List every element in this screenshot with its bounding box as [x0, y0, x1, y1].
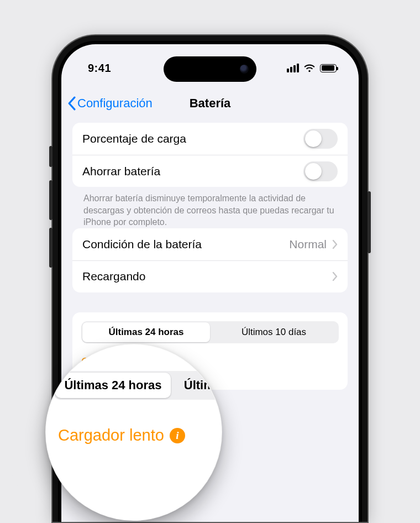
wifi-icon: [303, 64, 316, 72]
side-button-volume-down: [49, 228, 53, 268]
chevron-right-icon: [332, 239, 338, 249]
back-label: Configuración: [77, 96, 153, 111]
row-label: Porcentaje de carga: [82, 132, 186, 145]
side-button-volume-up: [49, 180, 53, 220]
section-footer: Ahorrar batería disminuye temporalmente …: [72, 187, 348, 228]
tab-last-10-days[interactable]: Últimos 10 días: [210, 322, 338, 342]
nav-bar: Configuración Batería: [61, 87, 359, 119]
back-button[interactable]: Configuración: [67, 96, 153, 111]
tab-last-24-hours[interactable]: Últimas 24 horas: [82, 322, 210, 342]
row-low-power-mode[interactable]: Ahorrar batería: [72, 155, 348, 187]
battery-icon: [320, 64, 337, 72]
status-time: 9:41: [80, 57, 111, 75]
row-charging[interactable]: Recargando: [72, 260, 348, 292]
info-icon-magnified: i: [170, 428, 185, 443]
row-label: Ahorrar batería: [82, 165, 160, 178]
side-button-power: [368, 191, 371, 253]
cellular-signal-icon: [287, 64, 299, 72]
segmented-control[interactable]: Últimas 24 horas Últimos 10 días: [81, 321, 339, 343]
side-button-silent: [49, 146, 53, 167]
chevron-right-icon: [332, 271, 338, 281]
card-battery-options: Porcentaje de carga Ahorrar batería: [72, 123, 348, 187]
slow-charger-label-magnified: Cargador lento: [58, 426, 164, 444]
slow-charger-notice-magnified: Cargador lento i: [58, 426, 185, 444]
row-battery-health[interactable]: Condición de la batería Normal: [72, 228, 348, 260]
page-title: Batería: [190, 96, 231, 111]
card-battery-health: Condición de la batería Normal Recargand…: [72, 228, 348, 292]
magnifier-callout: Últimas 24 horas Últimos 10 días Cargado…: [45, 344, 222, 521]
row-label: Condición de la batería: [82, 238, 202, 251]
dynamic-island: [164, 56, 256, 82]
row-label: Recargando: [82, 270, 145, 283]
toggle-low-power-mode[interactable]: [303, 161, 338, 181]
status-right: [287, 59, 340, 72]
magnifier-content: Últimas 24 horas Últimos 10 días Cargado…: [46, 344, 222, 520]
toggle-battery-percentage[interactable]: [303, 129, 338, 149]
row-value: Normal: [289, 238, 327, 251]
segmented-control-magnified: Últimas 24 horas Últimos 10 días: [54, 371, 222, 400]
tab-last-24-hours-magnified: Últimas 24 horas: [55, 373, 171, 398]
row-battery-percentage[interactable]: Porcentaje de carga: [72, 123, 348, 155]
